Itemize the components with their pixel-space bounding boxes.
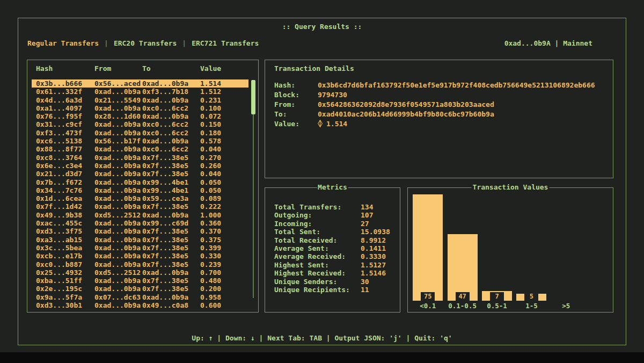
cell-to: 0x7f...38e5 bbox=[142, 227, 188, 235]
table-row[interactable]: 0x2e...195c0xad...0b9a0x7f...38e50.200 bbox=[32, 285, 248, 293]
column-header-from: From bbox=[94, 64, 111, 72]
table-row[interactable]: 0x21...d3d70xad...0b9a0x7f...38e50.040 bbox=[32, 170, 248, 178]
detail-label: Hash: bbox=[274, 81, 295, 90]
cell-value: 1.514 bbox=[200, 79, 221, 88]
metric-label: Unique Recipients: bbox=[274, 286, 350, 294]
table-row[interactable]: 0xc0...b8870xad...0b9a0x7f...38e50.239 bbox=[32, 260, 248, 268]
table-row[interactable]: 0xcb...e17b0xad...0b9a0x7f...38e50.330 bbox=[32, 252, 248, 260]
metric-value: 0.1411 bbox=[361, 244, 386, 253]
table-row[interactable]: 0x3b...b6660x56...aced0xad...0b9a1.514 bbox=[32, 79, 248, 88]
cell-hash: 0x3c...5bea bbox=[36, 244, 82, 252]
cell-from: 0xad...0b9a bbox=[94, 301, 141, 309]
table-row[interactable]: 0xd3...3f750xad...0b9a0x7f...38e50.370 bbox=[32, 227, 248, 235]
bar-count-label: 5 bbox=[524, 292, 538, 301]
table-row[interactable]: 0xf3...473f0xad...0b9a0xc0...6cc20.180 bbox=[32, 129, 248, 137]
metric-label: Average Sent: bbox=[274, 244, 329, 253]
cell-hash: 0x6e...c3e4 bbox=[36, 162, 82, 170]
cell-hash: 0xcb...e17b bbox=[36, 252, 82, 260]
table-row[interactable]: 0x6e...c3e40xad...0b9a0x7f...38e50.260 bbox=[32, 162, 248, 170]
table-row[interactable]: 0x76...f95f0x28...1d600xad...0b9a0.072 bbox=[32, 112, 248, 120]
metric-label: Average Received: bbox=[274, 252, 346, 261]
cell-from: 0xad...0b9a bbox=[94, 219, 141, 227]
cell-hash: 0xc6...5138 bbox=[36, 137, 82, 145]
cell-from: 0xad...0b9a bbox=[94, 88, 141, 96]
cell-value: 0.260 bbox=[200, 162, 221, 170]
terminal-bottom-strip bbox=[0, 352, 644, 363]
cell-value: 0.150 bbox=[200, 120, 221, 128]
table-scrollbar-thumb[interactable] bbox=[251, 80, 255, 114]
cell-value: 0.399 bbox=[200, 244, 221, 252]
table-row[interactable]: 0x3c...5bea0xad...0b9a0x7f...38e50.399 bbox=[32, 244, 248, 252]
x-axis-label: 0.1-0.5 bbox=[445, 302, 479, 310]
chart-slot: >5 bbox=[549, 195, 583, 301]
transfers-table-panel: Hash From To Value 0x3b...b6660x56...ace… bbox=[27, 60, 259, 313]
table-row[interactable]: 0x1d...6cea0xad...0b9a0x59...ce3a0.089 bbox=[32, 194, 248, 202]
detail-label: To: bbox=[274, 110, 287, 119]
table-row[interactable]: 0xc6...51380x56...b17f0xad...0b9a0.578 bbox=[32, 137, 248, 145]
cell-hash: 0x7f...1d42 bbox=[36, 202, 82, 210]
table-row[interactable]: 0x88...8f770xad...0b9a0xc0...6cc20.040 bbox=[32, 145, 248, 153]
table-row[interactable]: 0x25...49320xd5...25120xad...0b9a0.700 bbox=[32, 268, 248, 277]
cell-from: 0xad...0b9a bbox=[94, 170, 141, 178]
table-row[interactable]: 0x31...c9cf0xad...0b9a0xc0...6cc20.150 bbox=[32, 120, 248, 128]
metric-label: Outgoing: bbox=[274, 211, 312, 220]
cell-value: 0.050 bbox=[200, 178, 221, 186]
table-row[interactable]: 0xd3...30b10xad...0b9a0x49...c0a80.600 bbox=[32, 301, 248, 309]
cell-value: 0.231 bbox=[200, 96, 221, 104]
metric-label: Total Transfers: bbox=[274, 203, 341, 212]
table-row[interactable]: 0x9a...5f7a0x07...dc630xad...0b9a0.958 bbox=[32, 293, 248, 301]
metric-line: Highest Sent:1.5127 bbox=[265, 261, 400, 269]
cell-hash: 0xc8...3764 bbox=[36, 154, 82, 162]
cell-value: 0.100 bbox=[200, 104, 221, 112]
cell-to: 0x7f...38e5 bbox=[142, 170, 188, 178]
cell-hash: 0x21...d3d7 bbox=[36, 170, 82, 178]
column-header-to: To bbox=[142, 64, 151, 72]
cell-value: 0.222 bbox=[200, 202, 221, 210]
table-row[interactable]: 0x49...9b380xd5...25120xad...0b9a1.000 bbox=[32, 211, 248, 219]
cell-hash: 0x2e...195c bbox=[36, 285, 82, 293]
cell-value: 0.600 bbox=[200, 301, 221, 309]
cell-from: 0xd5...2512 bbox=[94, 268, 141, 277]
bar-count-label: 7 bbox=[490, 292, 504, 301]
table-row[interactable]: 0x4d...6a3d0x21...55490xad...0b9a0.231 bbox=[32, 96, 248, 104]
table-row[interactable]: 0x7b...f6720xad...0b9a0x99...4be10.050 bbox=[32, 178, 248, 186]
table-row[interactable]: 0xc8...37640xad...0b9a0x7f...38e50.270 bbox=[32, 154, 248, 162]
metric-value: 27 bbox=[361, 220, 369, 228]
detail-label: Value: bbox=[274, 119, 299, 129]
detail-line: From:0x564286362092d8e7936f0549571a803b2… bbox=[265, 100, 613, 110]
metric-value: 8.9912 bbox=[361, 236, 386, 245]
table-row[interactable]: 0x7f...1d420xad...0b9a0x7f...38e50.222 bbox=[32, 202, 248, 210]
detail-line: Value:1.514 bbox=[265, 119, 613, 129]
cell-hash: 0x49...9b38 bbox=[36, 211, 82, 219]
metric-value: 1.5146 bbox=[361, 269, 386, 278]
cell-from: 0xd5...2512 bbox=[94, 211, 141, 219]
cell-to: 0xc0...6cc2 bbox=[142, 120, 188, 128]
keyboard-shortcuts-bar: Up: ↑ | Down: ↓ | Next Tab: TAB | Output… bbox=[18, 334, 626, 342]
x-axis-label: <0.1 bbox=[411, 302, 445, 310]
chart-bar bbox=[448, 234, 478, 301]
tab-erc20-transfers[interactable]: ERC20 Transfers bbox=[114, 39, 177, 47]
detail-line: Hash:0x3b6cd7d6bfaf163792f50e1ef5e917b97… bbox=[265, 81, 613, 90]
cell-hash: 0x4d...6a3d bbox=[36, 96, 82, 104]
table-row[interactable]: 0xa1...40970xad...0b9a0xc0...6cc20.100 bbox=[32, 104, 248, 112]
metric-line: Incoming:27 bbox=[265, 220, 400, 228]
table-row[interactable]: 0xac...455c0xad...0b9a0x99...c69d0.360 bbox=[32, 219, 248, 227]
table-row[interactable]: 0x61...332f0xad...0b9a0xf3...7b181.512 bbox=[32, 88, 248, 96]
tab-regular-transfers[interactable]: Regular Transfers bbox=[27, 39, 99, 47]
table-row[interactable]: 0xa3...ab150xad...0b9a0x7f...38e50.375 bbox=[32, 236, 248, 244]
tab-erc721-transfers[interactable]: ERC721 Transfers bbox=[192, 39, 259, 47]
chart-title: Transaction Values bbox=[472, 183, 550, 191]
cell-to: 0x7f...38e5 bbox=[142, 285, 188, 293]
table-row[interactable]: 0xba...51ff0xad...0b9a0x7f...38e50.480 bbox=[32, 277, 248, 285]
cell-from: 0xad...0b9a bbox=[94, 202, 141, 210]
tab-separator: | bbox=[104, 39, 108, 47]
cell-hash: 0x31...c9cf bbox=[36, 120, 82, 128]
cell-to: 0xad...0b9a bbox=[142, 137, 188, 145]
column-header-hash: Hash bbox=[36, 64, 53, 72]
cell-from: 0xad...0b9a bbox=[94, 145, 141, 153]
transaction-details-panel: Transaction Details Hash:0x3b6cd7d6bfaf1… bbox=[265, 60, 613, 178]
app-window: :: Query Results :: Regular Transfers|ER… bbox=[18, 18, 626, 345]
cell-to: 0x7f...38e5 bbox=[142, 277, 188, 285]
metric-value: 30 bbox=[361, 278, 369, 286]
table-row[interactable]: 0x34...7c760xad...0b9a0x99...4be10.050 bbox=[32, 186, 248, 194]
